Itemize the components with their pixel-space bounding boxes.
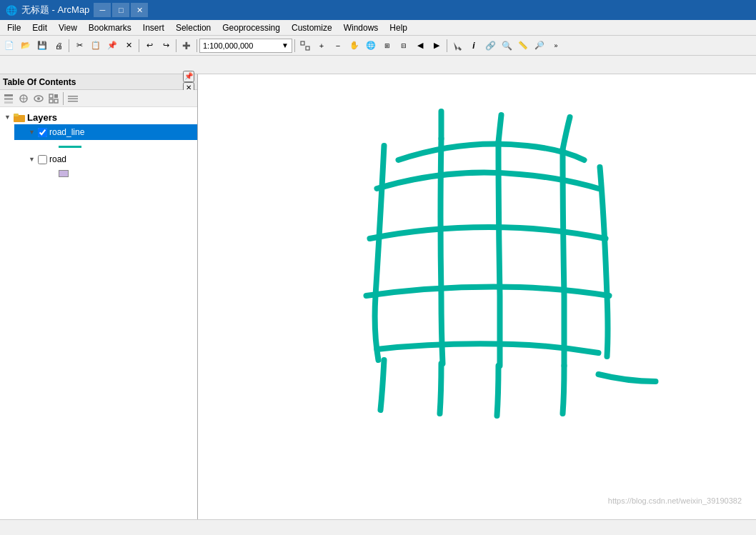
layer-road[interactable]: ▼ road — [14, 151, 197, 167]
menu-bookmarks[interactable]: Bookmarks — [83, 20, 137, 36]
road-symbol-icon — [59, 170, 69, 177]
cut-button[interactable]: ✂ — [71, 38, 87, 54]
menu-file[interactable]: File — [1, 20, 26, 36]
menu-customize[interactable]: Customize — [286, 20, 338, 36]
svg-point-7 — [37, 97, 40, 100]
svg-rect-11 — [54, 99, 58, 103]
toc-list-by-visibility[interactable] — [31, 91, 46, 106]
layers-group: ▼ Layers ▼ road_line — [0, 110, 197, 179]
svg-rect-16 — [14, 114, 19, 116]
layer-road-line-label: road_line — [49, 127, 84, 137]
new-button[interactable]: 📄 — [1, 38, 17, 54]
layer-road-expand[interactable]: ▼ — [29, 156, 36, 163]
svg-rect-14 — [68, 101, 78, 102]
measure-button[interactable]: 📏 — [515, 38, 531, 54]
layers-expand-icon[interactable]: ▼ — [4, 114, 11, 121]
pan-button[interactable]: ✋ — [347, 38, 362, 54]
identify-button[interactable]: i — [466, 38, 482, 54]
map-svg — [198, 74, 756, 519]
minimize-button[interactable]: ─ — [94, 3, 111, 17]
menu-selection[interactable]: Selection — [170, 20, 217, 36]
svg-rect-13 — [68, 98, 78, 99]
separator6 — [447, 39, 447, 52]
copy-button[interactable]: 📋 — [88, 38, 104, 54]
edit-vertices-button[interactable] — [297, 38, 313, 54]
layer-road-label: road — [49, 154, 66, 164]
toc-options-button[interactable] — [66, 91, 80, 106]
menu-view[interactable]: View — [53, 20, 83, 36]
menu-help[interactable]: Help — [384, 20, 413, 36]
add-data-button[interactable]: ✚ — [179, 38, 194, 54]
toc-list-by-drawing-order[interactable] — [1, 91, 16, 106]
separator2 — [139, 39, 139, 52]
titlebar: 🌐 无标题 - ArcMap ─ □ ✕ — [0, 0, 756, 20]
save-button[interactable]: 💾 — [34, 38, 50, 54]
menu-insert[interactable]: Insert — [137, 20, 170, 36]
menu-windows[interactable]: Windows — [338, 20, 384, 36]
svg-rect-9 — [54, 94, 58, 98]
globe-button[interactable]: 🌐 — [363, 38, 379, 54]
toc-header: Table Of Contents 📌 ✕ — [0, 74, 197, 90]
toc-list-by-selection[interactable] — [46, 91, 61, 106]
editor-toolbar — [0, 56, 756, 74]
zoom-in-button[interactable]: + — [314, 38, 329, 54]
separator1 — [69, 39, 69, 52]
layers-folder-icon — [14, 112, 25, 122]
full-extent2-button[interactable]: ⊟ — [396, 38, 412, 54]
table-of-contents: Table Of Contents 📌 ✕ — [0, 74, 198, 519]
svg-rect-4 — [4, 101, 13, 104]
main-area: Table Of Contents 📌 ✕ — [0, 74, 756, 519]
toc-toolbar — [0, 90, 197, 107]
svg-rect-12 — [68, 96, 78, 97]
forward-extent-button[interactable]: ▶ — [429, 38, 444, 54]
separator3 — [176, 39, 176, 52]
open-button[interactable]: 📂 — [18, 38, 34, 54]
toc-title: Table Of Contents — [3, 77, 76, 87]
maximize-button[interactable]: □ — [112, 3, 129, 17]
close-button[interactable]: ✕ — [131, 3, 148, 17]
zoom-out-button[interactable]: − — [330, 38, 346, 54]
svg-rect-3 — [4, 98, 13, 100]
hyperlink-button[interactable]: 🔗 — [482, 38, 498, 54]
toc-list-by-source[interactable] — [16, 91, 31, 106]
svg-rect-0 — [301, 41, 304, 45]
layer-road-line-group: ▼ road_line — [3, 124, 197, 151]
title-text: 无标题 - ArcMap — [21, 4, 89, 16]
layer-road-line-expand[interactable]: ▼ — [29, 129, 36, 136]
back-extent-button[interactable]: ◀ — [412, 38, 428, 54]
find-button[interactable]: 🔍 — [499, 38, 514, 54]
map-area[interactable]: https://blog.csdn.net/weixin_39190382 — [198, 74, 756, 519]
layers-group-header[interactable]: ▼ Layers — [3, 110, 197, 124]
scale-dropdown-arrow[interactable]: ▼ — [282, 41, 289, 49]
full-extent-button[interactable]: ⊞ — [379, 38, 395, 54]
layer-road-group: ▼ road — [3, 151, 197, 179]
watermark: https://blog.csdn.net/weixin_39190382 — [608, 496, 742, 505]
menu-geoprocessing[interactable]: Geoprocessing — [217, 20, 286, 36]
delete-button[interactable]: ✕ — [121, 38, 136, 54]
menubar: File Edit View Bookmarks Insert Selectio… — [0, 20, 756, 36]
select-button[interactable] — [449, 38, 465, 54]
layers-group-label: Layers — [27, 112, 57, 123]
locator-button[interactable]: 🔎 — [532, 38, 547, 54]
toc-separator1 — [63, 92, 64, 105]
main-toolbar: 📄 📂 💾 🖨 ✂ 📋 📌 ✕ ↩ ↪ ✚ 1:100,000,000 ▼ + … — [0, 36, 756, 56]
print-button[interactable]: 🖨 — [51, 38, 66, 54]
layer-road-checkbox[interactable] — [38, 155, 47, 164]
toc-pin-button[interactable]: 📌 — [183, 71, 194, 82]
paste-button[interactable]: 📌 — [104, 38, 120, 54]
separator4 — [197, 39, 197, 52]
scale-input[interactable]: 1:100,000,000 ▼ — [199, 39, 292, 53]
road-line-symbol — [31, 141, 197, 151]
redo-button[interactable]: ↪ — [158, 38, 174, 54]
separator5 — [294, 39, 295, 52]
menu-edit[interactable]: Edit — [26, 20, 53, 36]
undo-button[interactable]: ↩ — [141, 38, 157, 54]
layer-road-line-checkbox[interactable] — [38, 128, 47, 137]
layer-road-line[interactable]: ▼ road_line — [14, 124, 197, 140]
svg-rect-1 — [306, 46, 309, 50]
road-line-symbol-icon — [59, 146, 81, 148]
svg-rect-8 — [49, 94, 53, 98]
svg-rect-10 — [49, 99, 53, 103]
more-button[interactable]: » — [548, 38, 564, 54]
road-symbol — [31, 169, 197, 179]
